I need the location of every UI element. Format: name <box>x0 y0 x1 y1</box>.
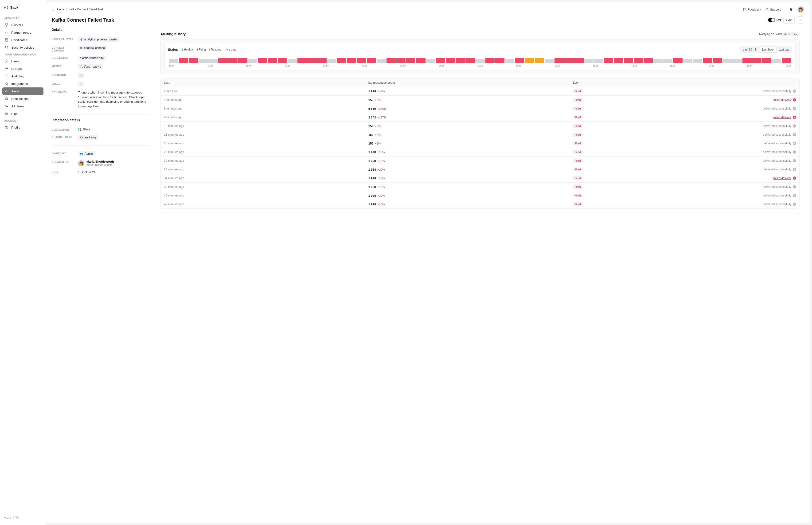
state-bar[interactable] <box>722 59 732 63</box>
state-bar[interactable] <box>347 58 356 63</box>
state-bar[interactable] <box>564 58 574 63</box>
state-bar[interactable] <box>584 59 594 63</box>
badge-owner[interactable]: 👥Admin <box>78 151 95 156</box>
state-bar[interactable] <box>663 59 673 63</box>
state-bar[interactable] <box>505 59 515 63</box>
state-bar[interactable] <box>486 58 495 63</box>
nav-certificates[interactable]: Certificates <box>2 36 44 44</box>
partner-zones-icon <box>5 31 9 34</box>
nav-groups[interactable]: Groups <box>2 65 44 72</box>
state-bar[interactable] <box>436 58 445 63</box>
state-bar[interactable] <box>604 58 613 63</box>
state-bar[interactable] <box>614 58 623 63</box>
user-icon <box>5 59 9 63</box>
state-bar[interactable] <box>288 59 297 63</box>
edit-button[interactable]: Edit <box>783 17 795 24</box>
state-bar[interactable] <box>456 58 465 63</box>
nav-partner-zones[interactable]: Partner zones <box>2 29 44 36</box>
delivery-status: delivered successfully <box>763 124 796 127</box>
state-bar[interactable] <box>495 58 505 63</box>
state-bar[interactable] <box>535 58 544 63</box>
state-bar[interactable] <box>199 59 208 63</box>
state-bar[interactable] <box>752 58 762 63</box>
state-bar[interactable] <box>772 59 781 63</box>
nav-alerts[interactable]: Alerts <box>2 87 44 95</box>
state-bar[interactable] <box>189 58 198 63</box>
state-bar[interactable] <box>377 59 386 63</box>
back-link[interactable]: Back <box>2 4 44 11</box>
state-bar[interactable] <box>228 58 238 63</box>
badge-connector[interactable]: elastic-source-sink <box>78 56 106 60</box>
state-bar[interactable] <box>693 59 702 63</box>
state-bar[interactable] <box>782 58 791 63</box>
nav-profile[interactable]: Profile <box>2 124 44 131</box>
state-bar[interactable] <box>307 58 317 63</box>
state-bar[interactable] <box>742 58 752 63</box>
state-bar[interactable] <box>762 58 771 63</box>
state-bar[interactable] <box>525 58 534 63</box>
state-bar[interactable] <box>406 58 416 63</box>
nav-api-keys[interactable]: API Keys <box>2 103 44 110</box>
more-button[interactable] <box>797 16 804 24</box>
state-bar[interactable] <box>386 58 396 63</box>
feedback-link[interactable]: Feedback <box>743 8 761 11</box>
state-bar[interactable] <box>634 58 643 63</box>
state-bar[interactable] <box>297 58 307 63</box>
state-bar[interactable] <box>713 58 722 63</box>
state-bar[interactable] <box>426 59 435 63</box>
state-bar[interactable] <box>317 58 326 63</box>
state-bar[interactable] <box>732 59 742 63</box>
delivery-status[interactable]: failed delivery <box>773 98 796 102</box>
state-bar[interactable] <box>465 58 475 63</box>
state-bar[interactable] <box>248 59 258 63</box>
state-bar[interactable] <box>258 58 267 63</box>
state-bar[interactable] <box>179 58 188 63</box>
enabled-toggle[interactable]: ON <box>768 18 781 22</box>
state-bar[interactable] <box>683 59 692 63</box>
state-bar[interactable] <box>515 58 524 63</box>
breadcrumb-alerts[interactable]: Alerts <box>57 8 64 11</box>
state-bar[interactable] <box>367 58 376 63</box>
state-bar[interactable] <box>416 58 426 63</box>
state-bar[interactable] <box>169 59 178 63</box>
delivery-status[interactable]: failed delivery <box>773 116 796 119</box>
state-bar[interactable] <box>238 58 248 63</box>
nav-security-policies[interactable]: Security policies <box>2 44 44 51</box>
state-bar[interactable] <box>446 58 455 63</box>
state-bar[interactable] <box>644 58 653 63</box>
nav-integrations[interactable]: Integrations <box>2 80 44 87</box>
state-bar[interactable] <box>337 58 346 63</box>
state-bar[interactable] <box>654 59 663 63</box>
state-bar[interactable] <box>624 58 633 63</box>
state-bar[interactable] <box>209 59 218 63</box>
nav-clusters[interactable]: Clusters <box>2 21 44 29</box>
nav-users[interactable]: Users <box>2 57 44 65</box>
sidebar-collapse-toggle[interactable] <box>13 516 19 519</box>
tick-label: 10:57 <box>400 65 406 67</box>
state-bar[interactable] <box>545 59 554 63</box>
range-day[interactable]: Last day <box>776 47 792 52</box>
moon-icon[interactable] <box>790 7 793 11</box>
badge-kafka-cluster[interactable]: ✱analytics_pipeline_cluster <box>78 37 119 42</box>
nav-plan[interactable]: Plan <box>2 110 44 118</box>
range-hour[interactable]: Last hour <box>760 47 776 52</box>
state-bar[interactable] <box>673 58 683 63</box>
user-avatar[interactable]: 👩 <box>797 6 804 13</box>
state-bar[interactable] <box>574 58 584 63</box>
state-bar[interactable] <box>703 58 712 63</box>
range-30min[interactable]: Last 30 min <box>740 47 760 52</box>
state-bar[interactable] <box>475 59 485 63</box>
delivery-status[interactable]: failed delivery <box>773 177 796 180</box>
state-bar[interactable] <box>327 59 336 63</box>
state-bar[interactable] <box>594 59 603 63</box>
nav-audit-log[interactable]: Audit log <box>2 72 44 80</box>
state-bar[interactable] <box>554 58 564 63</box>
nav-notifications[interactable]: Notifications <box>2 95 44 103</box>
badge-connect-cluster[interactable]: ✱shadow-connect <box>78 46 107 50</box>
state-bar[interactable] <box>357 58 366 63</box>
state-bar[interactable] <box>278 58 287 63</box>
state-bar[interactable] <box>218 58 228 63</box>
state-bar[interactable] <box>268 58 277 63</box>
support-link[interactable]: Support <box>765 8 781 11</box>
state-bar[interactable] <box>396 58 406 63</box>
